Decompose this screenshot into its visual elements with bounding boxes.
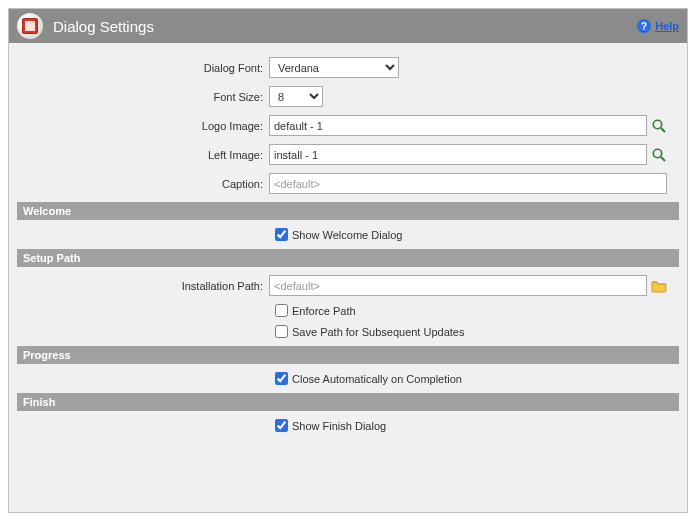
section-progress: Progress (17, 346, 679, 364)
left-image-label: Left Image: (17, 149, 269, 161)
font-size-select[interactable]: 8 (269, 86, 323, 107)
save-path-checkbox[interactable] (275, 325, 288, 338)
svg-point-0 (653, 120, 661, 128)
installation-path-folder-icon[interactable] (651, 278, 667, 294)
caption-input[interactable] (269, 173, 667, 194)
section-welcome: Welcome (17, 202, 679, 220)
page-title: Dialog Settings (53, 18, 637, 35)
logo-image-label: Logo Image: (17, 120, 269, 132)
left-image-input[interactable] (269, 144, 647, 165)
logo-image-browse-icon[interactable] (651, 118, 667, 134)
installation-path-label: Installation Path: (17, 280, 269, 292)
titlebar: Dialog Settings ? Help (9, 9, 687, 43)
show-finish-checkbox[interactable] (275, 419, 288, 432)
close-auto-checkbox[interactable] (275, 372, 288, 385)
save-path-label: Save Path for Subsequent Updates (292, 326, 464, 338)
help-label: Help (655, 20, 679, 32)
section-finish: Finish (17, 393, 679, 411)
svg-line-1 (661, 128, 665, 132)
dialog-font-select[interactable]: Verdana (269, 57, 399, 78)
help-icon: ? (637, 19, 651, 33)
show-finish-label: Show Finish Dialog (292, 420, 386, 432)
dialog-settings-icon (17, 13, 43, 39)
left-image-browse-icon[interactable] (651, 147, 667, 163)
dialog-font-label: Dialog Font: (17, 62, 269, 74)
show-welcome-label: Show Welcome Dialog (292, 229, 402, 241)
caption-label: Caption: (17, 178, 269, 190)
enforce-path-label: Enforce Path (292, 305, 356, 317)
installation-path-input[interactable] (269, 275, 647, 296)
section-setup-path: Setup Path (17, 249, 679, 267)
svg-point-2 (653, 149, 661, 157)
form-body: Dialog Font: Verdana Font Size: 8 Logo I… (9, 43, 687, 448)
font-size-label: Font Size: (17, 91, 269, 103)
enforce-path-checkbox[interactable] (275, 304, 288, 317)
dialog-settings-window: Dialog Settings ? Help Dialog Font: Verd… (8, 8, 688, 513)
show-welcome-checkbox[interactable] (275, 228, 288, 241)
help-link[interactable]: ? Help (637, 19, 679, 33)
logo-image-input[interactable] (269, 115, 647, 136)
close-auto-label: Close Automatically on Completion (292, 373, 462, 385)
svg-line-3 (661, 157, 665, 161)
